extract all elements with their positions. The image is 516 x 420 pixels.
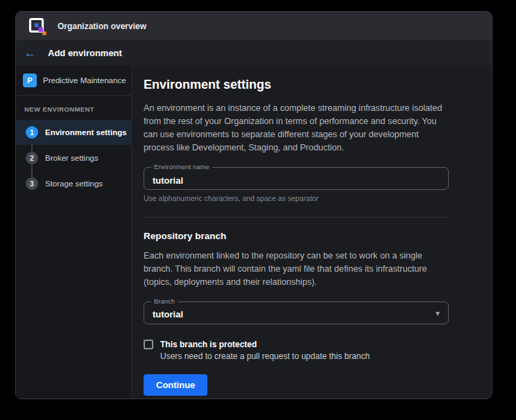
branch-select-label: Branch	[151, 298, 178, 305]
app-topbar: Organization overview	[16, 12, 492, 40]
page-title: Add environment	[48, 48, 122, 58]
project-name: Predictive Maintenance	[43, 76, 126, 85]
environment-name-label: Environment name	[151, 164, 212, 170]
step-label: Broker settings	[45, 154, 98, 162]
wizard-steps: 1 Environment settings 2 Broker settings…	[16, 120, 131, 196]
caret-down-icon: ▾	[436, 308, 440, 318]
environment-description: An environment is an instance of a compl…	[144, 102, 449, 155]
wizard-content: Environment settings An environment is a…	[132, 65, 492, 399]
step-label: Environment settings	[45, 128, 127, 137]
protected-branch-row: This branch is protected Users need to c…	[144, 339, 449, 362]
step-environment-settings[interactable]: 1 Environment settings	[16, 120, 131, 145]
branch-select[interactable]: Branch tutorial ▾	[144, 298, 449, 324]
content-title: Environment settings	[144, 78, 449, 92]
step-broker-settings[interactable]: 2 Broker settings	[16, 146, 131, 170]
app-window: Organization overview ← Add environment …	[15, 11, 492, 399]
project-avatar: P	[23, 73, 37, 87]
step-number-badge: 2	[26, 152, 38, 164]
protected-branch-label[interactable]: This branch is protected	[160, 339, 370, 350]
project-item[interactable]: P Predictive Maintenance	[16, 65, 131, 95]
page-header: ← Add environment	[16, 40, 492, 65]
quix-logo-icon	[28, 17, 46, 35]
sidebar-section-label: NEW ENVIRONMENT	[16, 96, 131, 120]
wizard-sidebar: P Predictive Maintenance NEW ENVIRONMENT…	[16, 65, 132, 399]
back-arrow-icon[interactable]: ←	[24, 47, 40, 59]
branch-select-value: tutorial	[153, 309, 183, 320]
topbar-title: Organization overview	[58, 21, 146, 31]
section-divider	[144, 217, 449, 218]
environment-name-field: Environment name	[144, 164, 449, 190]
step-label: Storage settings	[45, 180, 103, 188]
repository-branch-description: Each environment linked to the repositor…	[144, 250, 449, 289]
protected-branch-checkbox[interactable]	[144, 340, 153, 349]
environment-name-input[interactable]	[153, 172, 440, 189]
step-number-badge: 1	[26, 126, 38, 139]
environment-name-helper: Use alphanumeric characters, and space a…	[144, 194, 449, 202]
step-number-badge: 3	[26, 177, 38, 190]
branch-select-outline: Branch	[144, 298, 449, 324]
repository-branch-title: Repository branch	[144, 231, 449, 241]
continue-button[interactable]: Continue	[144, 374, 207, 396]
protected-branch-helper: Users need to create a pull request to u…	[160, 351, 370, 362]
step-storage-settings[interactable]: 3 Storage settings	[16, 171, 131, 196]
